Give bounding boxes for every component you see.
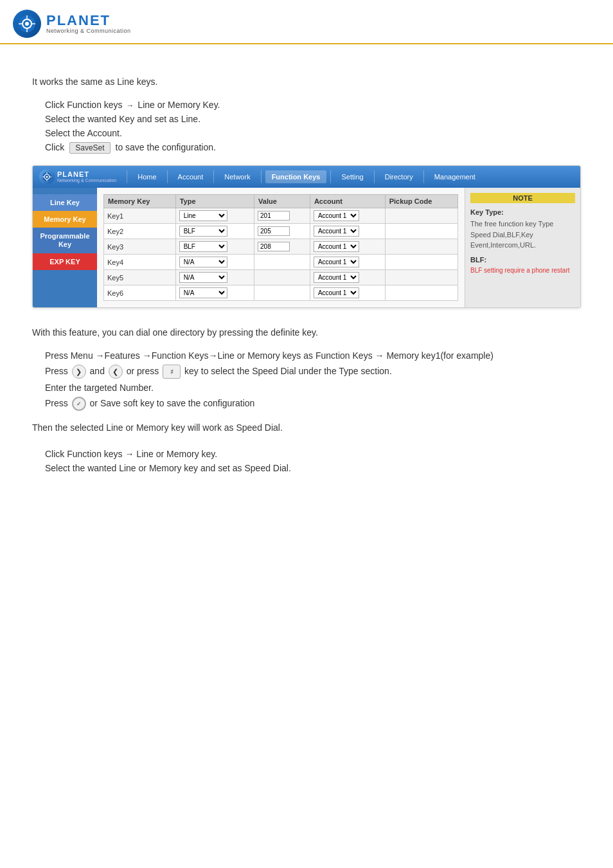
note-blf-text: BLF setting require a phone restart xyxy=(470,266,575,275)
type-select[interactable]: N/ALineBLFSpeed DialIntercomURL xyxy=(179,226,227,237)
col-type: Type xyxy=(175,195,254,208)
cell-value xyxy=(254,255,310,270)
nav-bar: PLANET Networking & Communication Home A… xyxy=(33,166,580,188)
type-select[interactable]: N/ALineBLFSpeed DialIntercomURL xyxy=(179,241,227,252)
sidebar-memory-key[interactable]: Memory Key xyxy=(33,211,97,228)
cell-type: N/ALineBLFSpeed DialIntercomURL xyxy=(175,239,254,255)
col-pickup: Pickup Code xyxy=(385,195,458,208)
sidebar-line-key[interactable]: Line Key xyxy=(33,194,97,211)
cell-pickup xyxy=(385,224,458,239)
nav-setting[interactable]: Setting xyxy=(335,170,369,183)
step-3-1: Click Function keys → Line or Memory key… xyxy=(45,449,581,459)
cell-key-name: Key4 xyxy=(104,255,176,270)
sidebar-prog-key[interactable]: Programmable Key xyxy=(33,228,97,253)
cell-key-name: Key3 xyxy=(104,239,176,255)
cell-key-name: Key5 xyxy=(104,270,176,285)
logo: PLANET Networking & Communication xyxy=(13,10,131,38)
account-select[interactable]: Account 1 xyxy=(314,210,359,221)
nav-management[interactable]: Management xyxy=(428,170,482,183)
cell-key-name: Key1 xyxy=(104,208,176,224)
nav-network[interactable]: Network xyxy=(218,170,256,183)
note-title: NOTE xyxy=(470,193,575,203)
cell-type: N/ALineBLFSpeed DialIntercomURL xyxy=(175,255,254,270)
col-memory-key: Memory Key xyxy=(104,195,176,208)
col-value: Value xyxy=(254,195,310,208)
value-input[interactable] xyxy=(258,211,290,221)
left-arrow-key: ❮ xyxy=(109,365,123,379)
type-select[interactable]: N/ALineBLFSpeed DialIntercomURL xyxy=(179,272,227,283)
step-2-1: Press Menu →Features →Function Keys→Line… xyxy=(45,350,581,361)
cell-value xyxy=(254,285,310,301)
widget-sidebar: Line Key Memory Key Programmable Key EXP… xyxy=(33,188,97,307)
cell-pickup xyxy=(385,255,458,270)
widget-note: NOTE Key Type: The free function key Typ… xyxy=(465,188,580,307)
nav-logo-sub: Networking & Communication xyxy=(57,178,116,183)
value-input[interactable] xyxy=(258,242,290,251)
hash-key: ♯ xyxy=(163,365,181,379)
nav-separator xyxy=(127,170,127,183)
cell-account: Account 1 xyxy=(310,208,385,224)
cell-value xyxy=(254,208,310,224)
nav-sep-6 xyxy=(423,170,424,183)
nav-home[interactable]: Home xyxy=(131,170,163,183)
account-select[interactable]: Account 1 xyxy=(314,287,359,298)
save-set-button[interactable]: SaveSet xyxy=(69,142,110,154)
widget-body: Line Key Memory Key Programmable Key EXP… xyxy=(33,188,580,307)
table-row: Key6N/ALineBLFSpeed DialIntercomURLAccou… xyxy=(104,285,458,301)
account-select[interactable]: Account 1 xyxy=(314,226,359,237)
cell-value xyxy=(254,270,310,285)
table-row: Key4N/ALineBLFSpeed DialIntercomURLAccou… xyxy=(104,255,458,270)
cell-key-name: Key6 xyxy=(104,285,176,301)
step-1-4: Click SaveSet to save the configuration. xyxy=(45,142,581,154)
cell-pickup xyxy=(385,270,458,285)
value-input[interactable] xyxy=(258,226,290,236)
nav-function-keys[interactable]: Function Keys xyxy=(265,170,327,183)
svg-point-2 xyxy=(25,22,29,26)
ok-key: ✓ xyxy=(72,397,86,411)
logo-sub: Networking & Communication xyxy=(46,28,131,34)
cell-pickup xyxy=(385,285,458,301)
table-row: Key5N/ALineBLFSpeed DialIntercomURLAccou… xyxy=(104,270,458,285)
cell-value xyxy=(254,224,310,239)
nav-sep-1 xyxy=(167,170,168,183)
cell-account: Account 1 xyxy=(310,255,385,270)
note-key-type-title: Key Type: xyxy=(470,208,575,216)
function-key-table: Memory Key Type Value Account Pickup Cod… xyxy=(103,194,458,301)
cell-account: Account 1 xyxy=(310,285,385,301)
cell-type: N/ALineBLFSpeed DialIntercomURL xyxy=(175,208,254,224)
cell-account: Account 1 xyxy=(310,270,385,285)
section1-steps: Click Function keys → Line or Memory Key… xyxy=(45,100,581,154)
account-select[interactable]: Account 1 xyxy=(314,241,359,252)
type-select[interactable]: N/ALineBLFSpeed DialIntercomURL xyxy=(179,287,227,298)
widget-table-area: Memory Key Type Value Account Pickup Cod… xyxy=(97,188,465,307)
cell-type: N/ALineBLFSpeed DialIntercomURL xyxy=(175,224,254,239)
nav-logo-icon xyxy=(39,169,55,185)
section2-note: Then the selected Line or Memory key wil… xyxy=(32,422,581,433)
type-select[interactable]: N/ALineBLFSpeed DialIntercomURL xyxy=(179,210,227,221)
note-blf-title: BLF: xyxy=(470,256,575,264)
note-key-type-text: The free function key Type Speed Dial,BL… xyxy=(470,219,575,251)
section2-intro: With this feature, you can dial one dire… xyxy=(32,327,581,338)
section3-steps: Click Function keys → Line or Memory key… xyxy=(45,449,581,473)
step-2-2: Press ❯ and ❮ or press ♯ key to select t… xyxy=(45,365,581,379)
nav-sep-4 xyxy=(330,170,331,183)
cell-key-name: Key2 xyxy=(104,224,176,239)
account-select[interactable]: Account 1 xyxy=(314,257,359,267)
cell-type: N/ALineBLFSpeed DialIntercomURL xyxy=(175,285,254,301)
nav-directory[interactable]: Directory xyxy=(378,170,420,183)
type-select[interactable]: N/ALineBLFSpeed DialIntercomURL xyxy=(179,257,227,267)
step-1-1: Click Function keys → Line or Memory Key… xyxy=(45,100,581,110)
table-row: Key2N/ALineBLFSpeed DialIntercomURLAccou… xyxy=(104,224,458,239)
nav-logo-brand: PLANET xyxy=(57,170,116,178)
account-select[interactable]: Account 1 xyxy=(314,272,359,283)
sidebar-exp-key[interactable]: EXP KEY xyxy=(33,253,97,270)
cell-account: Account 1 xyxy=(310,224,385,239)
cell-pickup xyxy=(385,239,458,255)
nav-account[interactable]: Account xyxy=(172,170,210,183)
logo-text: PLANET Networking & Communication xyxy=(46,14,131,34)
step-1-3: Select the Account. xyxy=(45,128,581,138)
cell-value xyxy=(254,239,310,255)
table-row: Key1N/ALineBLFSpeed DialIntercomURLAccou… xyxy=(104,208,458,224)
step-2-4: Press ✓ or Save soft key to save the con… xyxy=(45,397,581,411)
table-row: Key3N/ALineBLFSpeed DialIntercomURLAccou… xyxy=(104,239,458,255)
